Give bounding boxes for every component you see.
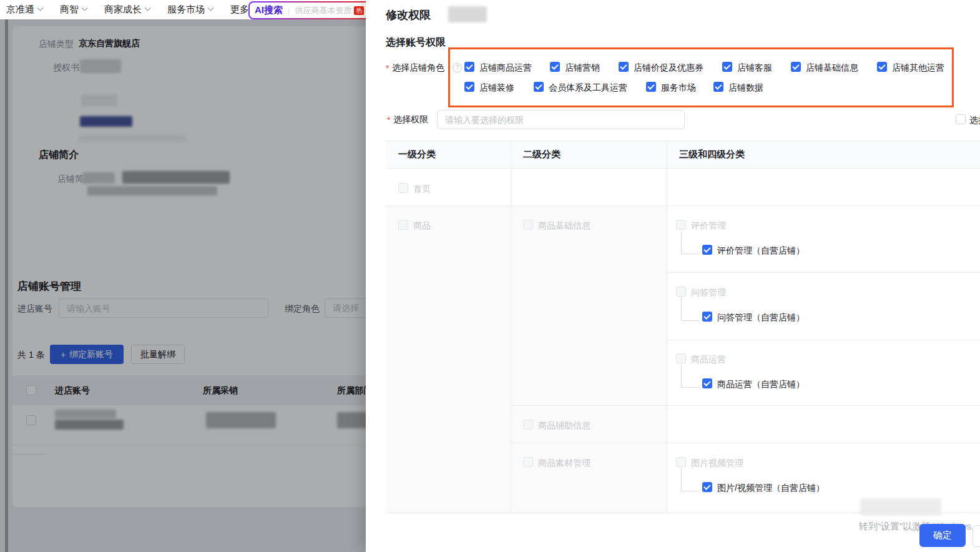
nav-item-growth[interactable]: 商家成长 bbox=[104, 4, 150, 16]
tree-connector bbox=[681, 231, 700, 254]
perm-checkbox-disabled bbox=[398, 220, 408, 230]
role-label[interactable]: 店铺数据 bbox=[728, 82, 763, 94]
confirm-button[interactable]: 确定 bbox=[919, 524, 966, 547]
role-label[interactable]: 店铺营销 bbox=[565, 62, 600, 74]
drawer-title: 修改权限 bbox=[386, 7, 431, 22]
role-label[interactable]: 会员体系及工具运营 bbox=[549, 82, 627, 94]
perm-col-level3: 三级和四级分类 bbox=[679, 149, 745, 160]
nav-item-label: 更多 bbox=[230, 4, 249, 16]
perm-label: 问答管理 bbox=[691, 287, 726, 298]
role-label[interactable]: 店铺其他运营 bbox=[892, 62, 944, 74]
role-checkbox[interactable] bbox=[534, 82, 544, 92]
chevron-down-icon bbox=[82, 5, 88, 11]
tree-connector bbox=[681, 468, 700, 491]
tree-connector bbox=[681, 298, 700, 321]
shop-role-field-label: 选择店铺角色 bbox=[392, 62, 444, 74]
screen: 京准通 商智 商家成长 服务市场 更多 AI搜索 | 供应商基本资质 热 店铺类… bbox=[0, 0, 980, 552]
role-checkbox[interactable] bbox=[713, 82, 723, 92]
perm-checkbox-disabled bbox=[676, 287, 686, 297]
perm-label[interactable]: 评价管理（自营店铺） bbox=[717, 245, 805, 257]
role-label[interactable]: 店铺基础信息 bbox=[806, 62, 858, 74]
perm-row-home bbox=[386, 169, 980, 206]
perm-cell-level3-operation bbox=[667, 340, 980, 406]
perm-col-level1: 一级分类 bbox=[398, 149, 436, 160]
perm-label[interactable]: 图片/视频管理（自营店铺） bbox=[717, 483, 825, 494]
ai-search-placeholder: 供应商基本资质 bbox=[295, 5, 351, 16]
perm-col-level2: 二级分类 bbox=[523, 149, 561, 160]
perm-checkbox-checked[interactable] bbox=[702, 378, 712, 388]
perm-label: 评价管理 bbox=[691, 220, 726, 232]
role-checkbox[interactable] bbox=[464, 82, 474, 92]
perm-label[interactable]: 问答管理（自营店铺） bbox=[717, 312, 805, 323]
edit-permission-drawer: 修改权限 选择账号权限 * 选择店铺角色 ? 店铺商品运营 店铺营销 店铺价促及… bbox=[366, 0, 980, 552]
perm-checkbox-checked[interactable] bbox=[702, 245, 712, 255]
perm-checkbox-disabled bbox=[676, 353, 686, 363]
chevron-down-icon bbox=[208, 5, 214, 11]
nav-item-label: 京准通 bbox=[6, 4, 34, 16]
role-checkbox[interactable] bbox=[464, 62, 474, 72]
help-icon[interactable]: ? bbox=[453, 63, 462, 72]
nav-item-label: 商智 bbox=[60, 4, 79, 16]
role-checkbox[interactable] bbox=[619, 62, 629, 72]
modal-mask[interactable] bbox=[0, 19, 366, 552]
perm-label: 首页 bbox=[413, 184, 431, 195]
cancel-button-partial[interactable] bbox=[973, 525, 980, 547]
perm-cell-level2-material bbox=[511, 443, 667, 513]
role-checkbox[interactable] bbox=[877, 62, 887, 72]
perm-field-label: 选择权限 bbox=[393, 114, 428, 126]
role-label[interactable]: 店铺装修 bbox=[479, 82, 514, 94]
ai-search-label: AI搜索 bbox=[255, 4, 283, 16]
required-marker: * bbox=[387, 115, 390, 125]
perm-label: 商品辅助信息 bbox=[538, 420, 590, 431]
confirm-label: 确定 bbox=[933, 530, 952, 541]
redacted-block bbox=[448, 6, 487, 22]
perm-cell-level3-qa bbox=[667, 273, 980, 340]
divider: | bbox=[288, 6, 290, 15]
role-checkbox[interactable] bbox=[646, 82, 656, 92]
role-checkbox[interactable] bbox=[791, 62, 801, 72]
perm-label: 商品基础信息 bbox=[538, 220, 590, 232]
perm-label: 图片视频管理 bbox=[691, 458, 743, 469]
perm-label: 商品运营 bbox=[691, 354, 726, 365]
ai-search-box[interactable]: AI搜索 | 供应商基本资质 热 bbox=[248, 1, 380, 19]
perm-cell-level1-goods bbox=[386, 206, 511, 513]
perm-cell-level3-review bbox=[667, 206, 980, 273]
chevron-down-icon bbox=[145, 5, 151, 11]
highlight-annotation-box bbox=[448, 47, 954, 107]
hot-badge: 热 bbox=[354, 6, 364, 15]
role-label[interactable]: 服务市场 bbox=[661, 82, 696, 94]
tree-connector bbox=[681, 365, 700, 388]
perm-checkbox-disabled bbox=[676, 220, 686, 230]
nav-item-label: 服务市场 bbox=[167, 4, 205, 16]
role-label[interactable]: 店铺价促及优惠券 bbox=[634, 62, 703, 74]
redacted-block bbox=[860, 498, 941, 516]
perm-cell-level3-empty bbox=[667, 406, 980, 443]
chevron-down-icon bbox=[37, 5, 44, 11]
perm-checkbox-disabled bbox=[523, 220, 533, 230]
required-marker: * bbox=[386, 63, 389, 73]
perm-checkbox-disabled bbox=[523, 420, 533, 430]
perm-cell-level2-basic bbox=[511, 206, 667, 406]
perm-checkbox-checked[interactable] bbox=[702, 482, 712, 492]
role-checkbox[interactable] bbox=[722, 62, 732, 72]
perm-label: 商品 bbox=[413, 220, 431, 232]
role-checkbox[interactable] bbox=[550, 62, 560, 72]
perm-label: 商品素材管理 bbox=[538, 458, 590, 469]
role-label[interactable]: 店铺商品运营 bbox=[479, 62, 532, 74]
nav-item-service-market[interactable]: 服务市场 bbox=[167, 4, 213, 16]
perm-checkbox-disabled bbox=[676, 457, 686, 467]
perm-checkbox-disabled bbox=[523, 457, 533, 467]
drawer-section-title: 选择账号权限 bbox=[386, 36, 446, 49]
perm-checkbox-disabled bbox=[398, 183, 408, 193]
nav-item-jzt[interactable]: 京准通 bbox=[6, 4, 42, 16]
role-label[interactable]: 店铺客服 bbox=[737, 62, 772, 74]
permission-search-input[interactable] bbox=[437, 110, 685, 129]
nav-item-shangzhi[interactable]: 商智 bbox=[60, 4, 87, 16]
perm-label[interactable]: 商品运营（自营店铺） bbox=[717, 379, 805, 390]
nav-item-label: 商家成长 bbox=[104, 4, 142, 16]
select-all-permissions-checkbox[interactable] bbox=[956, 114, 966, 124]
select-all-permissions-label[interactable]: 选择 bbox=[969, 115, 980, 126]
top-nav: 京准通 商智 商家成长 服务市场 更多 bbox=[6, 0, 257, 19]
perm-checkbox-checked[interactable] bbox=[702, 312, 712, 322]
